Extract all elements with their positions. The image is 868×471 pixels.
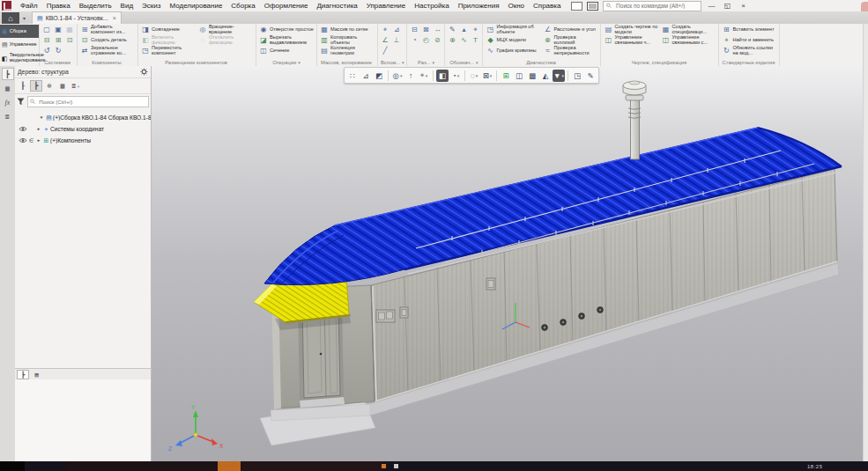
- gear-icon[interactable]: [140, 68, 148, 76]
- ribbon-button[interactable]: ▦: [65, 25, 74, 35]
- viewport-tool-button[interactable]: [433, 70, 434, 81]
- app-logo[interactable]: [2, 1, 11, 11]
- ribbon-button[interactable]: ⌖: [381, 25, 389, 35]
- menu-item[interactable]: Управление: [362, 2, 410, 10]
- panel-strip-button[interactable]: fx: [2, 96, 14, 108]
- ribbon-section-caption[interactable]: Раз...: [410, 58, 441, 66]
- viewport-tool-button[interactable]: [496, 70, 497, 81]
- viewport-tool-button[interactable]: ∷: [346, 70, 359, 82]
- tree-toolbar-button[interactable]: ┠: [17, 80, 29, 92]
- menu-item[interactable]: Выделить: [75, 2, 116, 10]
- menu-item[interactable]: Файл: [16, 2, 42, 10]
- menu-item[interactable]: Правка: [42, 2, 75, 10]
- ribbon-button[interactable]: ◔: [410, 35, 419, 46]
- ribbon-button[interactable]: ▣: [54, 25, 63, 35]
- tree-toolbar-button[interactable]: ⊕: [43, 80, 56, 92]
- home-dropdown-icon[interactable]: [19, 12, 29, 24]
- ribbon-button[interactable]: ◳ Переместить компонент: [141, 46, 196, 56]
- menu-item[interactable]: Настройка: [410, 2, 453, 10]
- ribbon-button[interactable]: ◆ МЦХ модели: [486, 35, 540, 46]
- ribbon-button[interactable]: ◳ Информация об объекте: [486, 25, 540, 35]
- model-chimney[interactable]: [623, 81, 646, 159]
- ribbon-section-caption[interactable]: Стандартные изделия: [722, 58, 776, 66]
- ribbon-button[interactable]: ◫ Сечение: [259, 46, 314, 56]
- menu-item[interactable]: Моделирование: [165, 2, 226, 10]
- viewport-tool-button[interactable]: ◩: [373, 70, 385, 82]
- taskbar[interactable]: 18:25: [0, 461, 868, 471]
- ribbon-section-caption[interactable]: Системная: [42, 58, 74, 66]
- ribbon-section-caption[interactable]: Компоненты: [80, 58, 135, 66]
- tree-item-assembly[interactable]: ▼ ▤ (+)Сборка КВО.1-84 Сборка КВО.1-84 (…: [15, 112, 151, 123]
- restore-button[interactable]: ◱: [722, 1, 733, 11]
- tab-close-icon[interactable]: ×: [113, 15, 116, 21]
- ribbon-button[interactable]: ⊡: [65, 35, 74, 46]
- ribbon-section-caption[interactable]: Вспом...: [381, 58, 404, 66]
- ribbon-button[interactable]: ◫ Управление связанными с...: [661, 35, 716, 46]
- ribbon-button[interactable]: ↻: [54, 46, 63, 56]
- ribbon-button[interactable]: ↔: [433, 25, 441, 35]
- viewport-tool-button[interactable]: [388, 70, 389, 81]
- ribbon-button[interactable]: ▢: [42, 25, 51, 35]
- ribbon-button[interactable]: ✎: [448, 25, 456, 35]
- expand-caret-icon[interactable]: ▼: [38, 115, 45, 120]
- ribbon-button[interactable]: T: [471, 35, 479, 46]
- origin-triad[interactable]: Y X Z: [168, 404, 224, 452]
- ribbon-mode-button[interactable]: ▤ Управление: [0, 38, 39, 51]
- viewport-tool-button[interactable]: [568, 70, 568, 81]
- ribbon-button[interactable]: ⊞: [54, 35, 63, 46]
- menu-item[interactable]: Приложения: [454, 2, 504, 10]
- viewport-tool-button[interactable]: ◌: [468, 70, 480, 82]
- ribbon-button[interactable]: ⌖: [471, 25, 479, 35]
- ribbon-button[interactable]: ◧ Включить фиксацию: [141, 35, 196, 46]
- ribbon-button[interactable]: ⊘: [433, 35, 441, 46]
- visibility-eye-icon[interactable]: [19, 126, 27, 132]
- home-button[interactable]: ⌂: [2, 12, 19, 24]
- viewport-tool-button[interactable]: ▼: [553, 70, 565, 82]
- ribbon-button[interactable]: ↺: [42, 46, 51, 56]
- viewport-tool-button[interactable]: ◭: [539, 70, 552, 82]
- panel-strip-button[interactable]: ┣: [2, 68, 14, 80]
- ribbon-button[interactable]: ∠: [381, 35, 389, 46]
- expand-caret-icon[interactable]: ►: [35, 127, 42, 131]
- ribbon-button[interactable]: ∿: [459, 35, 468, 46]
- tree-search-box[interactable]: [27, 96, 149, 107]
- taskbar-icon[interactable]: [382, 464, 386, 468]
- close-button[interactable]: ×: [738, 1, 749, 11]
- command-search-input[interactable]: [614, 2, 698, 10]
- viewport-tool-button[interactable]: ◎: [391, 70, 404, 82]
- menu-item[interactable]: Диагностика: [312, 2, 361, 10]
- panel-strip-button[interactable]: ≣: [2, 110, 14, 122]
- tree-bottom-tab[interactable]: ▤: [31, 370, 42, 379]
- ribbon-button[interactable]: ⊞ Добавить компонент из...: [80, 25, 135, 35]
- filter-icon[interactable]: [17, 98, 25, 106]
- tree-item-components[interactable]: ∈ ► ⊞ (+)Компоненты: [15, 135, 151, 146]
- viewport-tool-button[interactable]: ◫: [513, 70, 525, 82]
- 3d-viewport[interactable]: Y X Z: [152, 66, 864, 461]
- visibility-eye-icon[interactable]: [19, 137, 27, 144]
- tree-toolbar-button[interactable]: ▦: [56, 80, 69, 92]
- ribbon-mode-button[interactable]: ◧ Твердотельное моделирование: [0, 52, 39, 65]
- screen-mode-icon[interactable]: [587, 2, 598, 11]
- taskbar-active-app[interactable]: [218, 461, 241, 471]
- ribbon-section-caption[interactable]: Размещение компонентов: [141, 58, 253, 66]
- viewport-tool-button[interactable]: ✎: [584, 70, 597, 82]
- ribbon-button[interactable]: ⊟: [42, 35, 51, 46]
- ribbon-button[interactable]: ╱: [381, 46, 389, 56]
- tree-toolbar-button[interactable]: ≣: [70, 80, 82, 92]
- menu-item[interactable]: Сборка: [226, 2, 259, 10]
- ribbon-button[interactable]: ▤ Коллекция геометрии: [320, 46, 375, 56]
- menu-item[interactable]: Эскиз: [137, 2, 165, 10]
- ribbon-button[interactable]: ⇄ Зеркальное отражение ко...: [80, 46, 135, 56]
- 3d-model[interactable]: Y X Z: [152, 66, 864, 461]
- tree-item-coordinate-systems[interactable]: ► ⌖ Системы координат: [15, 123, 151, 135]
- ribbon-button[interactable]: ≈ Проверка непрерывности: [543, 46, 597, 56]
- viewport-tool-button[interactable]: ◳: [571, 70, 583, 82]
- ribbon-button[interactable]: ⊿: [392, 25, 401, 35]
- ribbon-button[interactable]: ◪ Вырезать выдавливанием: [259, 35, 314, 46]
- viewport-tool-button[interactable]: ↑: [404, 70, 417, 82]
- ribbon-button[interactable]: ⊕: [448, 35, 456, 46]
- viewport-tool-button[interactable]: ⌖: [418, 70, 430, 82]
- expand-caret-icon[interactable]: ►: [35, 138, 42, 143]
- viewport-tool-button[interactable]: ▩: [526, 70, 538, 82]
- ribbon-button[interactable]: ◫ Управление связанными ч...: [604, 35, 658, 46]
